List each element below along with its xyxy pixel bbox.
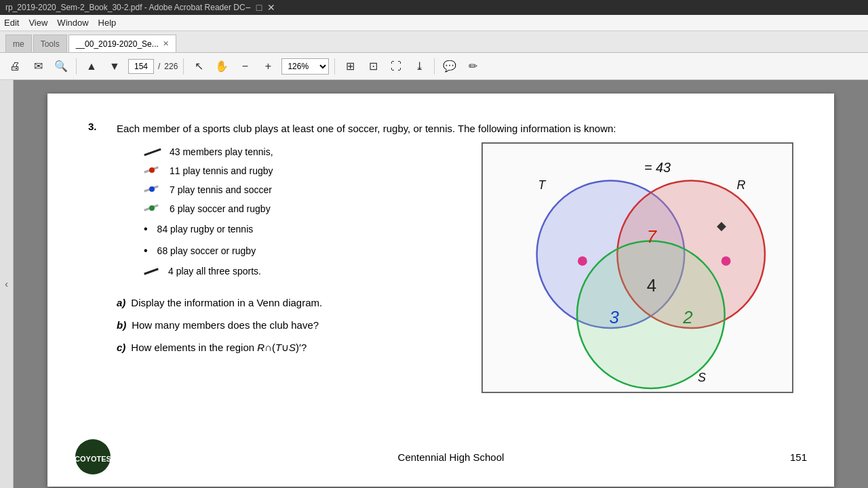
page-separator: / bbox=[158, 62, 160, 71]
bullet-plain-5: • bbox=[144, 218, 148, 240]
tab-bar: me Tools __00_2019-2020_Se... ✕ bbox=[0, 31, 868, 53]
menu-view[interactable]: View bbox=[28, 18, 47, 28]
toolbar: 🖨 ✉ 🔍 ▲ ▼ / 226 ↖ ✋ − + 126% 50% 75% 100… bbox=[0, 53, 868, 80]
bullet-list: 43 members play tennis, 11 play tennis a… bbox=[144, 142, 468, 281]
hand-tool[interactable]: ✋ bbox=[212, 57, 231, 76]
menu-edit[interactable]: Edit bbox=[4, 18, 19, 28]
sub-q-b-text: How many members does the club have? bbox=[132, 314, 319, 336]
toolbar-divider-3 bbox=[334, 58, 335, 75]
zoom-select[interactable]: 126% 50% 75% 100% 125% 150% 200% bbox=[281, 58, 329, 75]
sub-questions: a) Display the information in a Venn dia… bbox=[117, 291, 468, 359]
marker-green-4 bbox=[144, 203, 161, 214]
marker-black-line-7 bbox=[144, 268, 159, 274]
tab-home-label: me bbox=[13, 39, 24, 49]
fit-width-button[interactable]: ⊡ bbox=[363, 57, 382, 76]
pdf-page: 3. Each member of a sports club plays at… bbox=[47, 94, 834, 487]
title-bar: rp_2019-2020_Sem-2_Book_30-2.pdf - Adobe… bbox=[0, 0, 868, 15]
t-only-dot bbox=[578, 256, 587, 266]
list-text-6: 68 play soccer or rugby bbox=[157, 241, 256, 260]
tab-tools[interactable]: Tools bbox=[33, 35, 67, 52]
svg-text:COYOTES: COYOTES bbox=[75, 455, 111, 463]
question-text-content: Each member of a sports club plays at le… bbox=[117, 123, 616, 134]
left-content: 43 members play tennis, 11 play tennis a… bbox=[117, 142, 468, 393]
circle-S bbox=[577, 241, 725, 388]
menu-help[interactable]: Help bbox=[98, 18, 117, 28]
school-logo: COYOTES bbox=[75, 439, 112, 476]
marker-black-line-1 bbox=[144, 148, 161, 156]
list-item-5: • 84 play rugby or tennis bbox=[144, 218, 468, 240]
sub-q-c-text: How elements in the region R∩(T∪S)′? bbox=[131, 336, 307, 359]
highlight-button[interactable]: ✏ bbox=[463, 57, 482, 76]
fullscreen-button[interactable]: ⛶ bbox=[387, 57, 406, 76]
zoom-out-button[interactable]: − bbox=[235, 57, 254, 76]
list-text-3: 7 play tennis and soccer bbox=[170, 180, 272, 199]
venn-diagram: = 43 T R S 4 bbox=[481, 142, 793, 393]
comment-button[interactable]: 💬 bbox=[440, 57, 459, 76]
school-name: Centennial High School bbox=[112, 451, 790, 463]
print-button[interactable]: 🖨 bbox=[5, 57, 24, 76]
menu-bar: Edit View Window Help bbox=[0, 15, 868, 31]
rs-value: 2 bbox=[682, 308, 692, 327]
tab-document[interactable]: __00_2019-2020_Se... ✕ bbox=[68, 35, 176, 52]
tab-tools-label: Tools bbox=[41, 39, 60, 49]
list-item-7: 4 play all three sports. bbox=[144, 262, 468, 281]
footer: COYOTES Centennial High School 151 bbox=[75, 439, 807, 476]
tab-document-label: __00_2019-2020_Se... bbox=[76, 39, 159, 49]
content-area: 43 members play tennis, 11 play tennis a… bbox=[117, 142, 793, 393]
tab-close-button[interactable]: ✕ bbox=[163, 39, 169, 48]
diamond-marker: ◆ bbox=[717, 219, 726, 232]
list-item-3: 7 play tennis and soccer bbox=[144, 180, 468, 199]
tab-home[interactable]: me bbox=[5, 35, 32, 52]
cursor-tool[interactable]: ↖ bbox=[189, 57, 208, 76]
list-text-1: 43 members play tennis, bbox=[170, 142, 273, 161]
minimize-button[interactable]: − bbox=[245, 2, 251, 13]
bullet-plain-6: • bbox=[144, 240, 148, 262]
fit-page-button[interactable]: ⊞ bbox=[340, 57, 359, 76]
list-item-2: 11 play tennis and rugby bbox=[144, 161, 468, 180]
list-text-2: 11 play tennis and rugby bbox=[170, 161, 273, 180]
sub-q-c-label: c) bbox=[117, 336, 125, 359]
next-page-button[interactable]: ▼ bbox=[105, 57, 124, 76]
question-row: 3. Each member of a sports club plays at… bbox=[88, 121, 793, 137]
zoom-in-button[interactable]: + bbox=[258, 57, 277, 76]
question-text: Each member of a sports club plays at le… bbox=[117, 121, 616, 137]
toolbar-divider-2 bbox=[183, 58, 184, 75]
page-total: 226 bbox=[164, 62, 178, 71]
sub-q-a-text: Display the information in a Venn diagra… bbox=[131, 291, 322, 314]
list-text-5: 84 play rugby or tennis bbox=[157, 220, 254, 239]
list-text-4: 6 play soccer and rugby bbox=[170, 199, 271, 218]
toolbar-divider-1 bbox=[76, 58, 77, 75]
marker-red-2 bbox=[144, 165, 161, 176]
list-item-4: 6 play soccer and rugby bbox=[144, 199, 468, 218]
marker-blue-3 bbox=[144, 184, 161, 195]
r-only-dot bbox=[722, 256, 731, 266]
label-S: S bbox=[698, 371, 706, 384]
sub-q-b-label: b) bbox=[117, 314, 126, 336]
close-button[interactable]: ✕ bbox=[267, 2, 275, 13]
list-text-7: 4 play all three sports. bbox=[168, 262, 261, 281]
prev-page-button[interactable]: ▲ bbox=[82, 57, 101, 76]
search-button[interactable]: 🔍 bbox=[52, 57, 71, 76]
list-item-6: • 68 play soccer or rugby bbox=[144, 240, 468, 262]
tr-value: 7 bbox=[647, 227, 658, 246]
ts-value: 3 bbox=[609, 308, 619, 327]
sub-q-b: b) How many members does the club have? bbox=[117, 314, 468, 336]
email-button[interactable]: ✉ bbox=[28, 57, 47, 76]
page-number-input[interactable] bbox=[128, 59, 154, 74]
venn-svg: = 43 T R S 4 bbox=[483, 144, 792, 392]
rotate-button[interactable]: ⤓ bbox=[410, 57, 429, 76]
maximize-button[interactable]: □ bbox=[256, 2, 262, 13]
page-number: 151 bbox=[790, 451, 807, 463]
main-area: ‹ 3. Each member of a sports club plays … bbox=[0, 80, 868, 488]
question-number: 3. bbox=[88, 121, 104, 137]
collapse-panel-button[interactable]: ‹ bbox=[0, 80, 14, 488]
center-value: 4 bbox=[647, 276, 656, 295]
window-controls: − □ ✕ bbox=[245, 2, 276, 13]
label-T: T bbox=[538, 178, 547, 192]
label-R: R bbox=[736, 178, 745, 192]
list-item-1: 43 members play tennis, bbox=[144, 142, 468, 161]
venn-annotation: = 43 bbox=[644, 160, 671, 175]
menu-window[interactable]: Window bbox=[57, 18, 88, 28]
pdf-viewer: 3. Each member of a sports club plays at… bbox=[14, 80, 868, 488]
sub-q-a: a) Display the information in a Venn dia… bbox=[117, 291, 468, 314]
